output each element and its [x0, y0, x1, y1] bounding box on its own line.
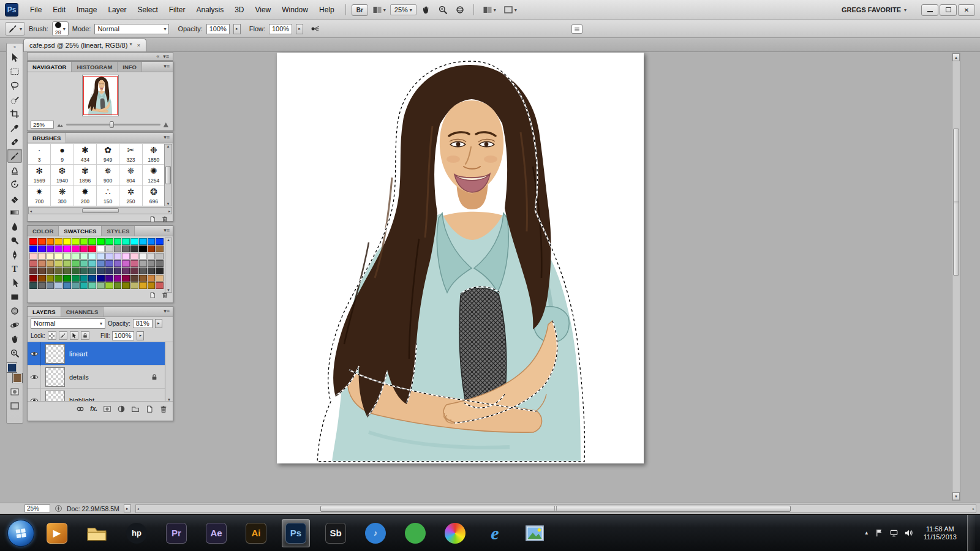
color-swatch[interactable] — [63, 253, 71, 260]
navigator-zoom-slider[interactable] — [57, 121, 170, 128]
color-swatch[interactable] — [38, 282, 46, 289]
color-swatch[interactable] — [114, 282, 122, 289]
quick-mask-toggle[interactable] — [7, 384, 22, 399]
color-swatch[interactable] — [148, 253, 156, 260]
dock-menu-icon[interactable]: ▾≡ — [163, 53, 169, 59]
horizontal-scrollbar[interactable]: ◂ ▸ — [135, 504, 976, 513]
color-swatch[interactable] — [63, 282, 71, 289]
taskbar-messenger[interactable] — [401, 519, 429, 547]
3d-rotate-tool[interactable] — [7, 304, 22, 318]
color-swatch[interactable] — [156, 275, 164, 282]
lock-pixels-button[interactable] — [59, 331, 67, 340]
color-swatch[interactable] — [122, 260, 130, 267]
tab-info[interactable]: INFO — [118, 62, 142, 72]
layer-name[interactable]: details — [69, 373, 89, 381]
color-swatch[interactable] — [88, 260, 96, 267]
color-swatch[interactable] — [72, 275, 80, 282]
color-swatch[interactable] — [130, 253, 138, 260]
layer-thumbnail[interactable] — [45, 391, 65, 402]
layer-thumbnail[interactable] — [45, 344, 65, 364]
slider-handle[interactable] — [110, 121, 114, 128]
color-swatch[interactable] — [114, 275, 122, 282]
scroll-down-icon[interactable]: ▼ — [167, 288, 170, 292]
color-swatch[interactable] — [97, 275, 105, 282]
color-swatch[interactable] — [88, 282, 96, 289]
flow-input[interactable]: 100% — [269, 24, 292, 34]
gradient-tool[interactable] — [7, 205, 22, 219]
lock-transparency-button[interactable] — [48, 331, 56, 340]
tool-preset-picker[interactable]: ▾ — [5, 22, 25, 36]
screen-mode-dropdown[interactable]: ▾ — [500, 5, 520, 15]
color-swatch[interactable] — [97, 246, 105, 252]
menu-file[interactable]: File — [24, 3, 47, 17]
color-swatch[interactable] — [122, 282, 130, 289]
layer-name[interactable]: highlight — [69, 397, 94, 402]
tab-navigator[interactable]: NAVIGATOR — [28, 62, 72, 72]
menu-help[interactable]: Help — [314, 3, 340, 17]
color-swatch[interactable] — [55, 253, 62, 260]
tab-color[interactable]: COLOR — [28, 226, 59, 236]
color-swatch[interactable] — [156, 268, 164, 274]
color-swatch[interactable] — [88, 246, 96, 252]
layer-visibility-toggle[interactable] — [28, 389, 41, 402]
crop-tool[interactable] — [7, 107, 22, 121]
show-desktop-button[interactable] — [967, 515, 975, 551]
color-swatch[interactable] — [29, 282, 37, 289]
taskbar-illustrator[interactable]: Ai — [242, 519, 270, 547]
color-swatch[interactable] — [80, 268, 88, 274]
color-swatch[interactable] — [80, 275, 88, 282]
color-swatch[interactable] — [97, 238, 105, 245]
layer-opacity-input[interactable]: 81% — [133, 319, 153, 328]
brush-preset-949[interactable]: ✿949 — [97, 144, 119, 165]
color-swatch[interactable] — [130, 260, 138, 267]
scroll-down-icon[interactable]: ▼ — [167, 202, 170, 206]
color-swatch[interactable] — [29, 253, 37, 260]
add-layer-mask-icon[interactable] — [103, 405, 111, 413]
network-icon[interactable] — [889, 528, 899, 538]
brush-preset-700[interactable]: ✷700 — [28, 186, 51, 206]
brush-preset-9[interactable]: ●9 — [51, 144, 74, 165]
action-center-flag-icon[interactable] — [875, 528, 884, 538]
color-swatch[interactable] — [97, 253, 105, 260]
color-swatch[interactable] — [97, 282, 105, 289]
panel-menu-icon[interactable]: ▾≡ — [160, 62, 173, 72]
panel-menu-icon[interactable]: ▾≡ — [160, 307, 173, 317]
color-swatch[interactable] — [63, 268, 71, 274]
scroll-right-icon[interactable]: ▸ — [973, 506, 974, 511]
tab-brushes[interactable]: BRUSHES — [28, 133, 66, 143]
hand-tool-button[interactable] — [418, 5, 434, 15]
color-swatch[interactable] — [47, 282, 55, 289]
tab-histogram[interactable]: HISTOGRAM — [72, 62, 118, 72]
color-swatch[interactable] — [130, 246, 138, 252]
collapse-dock-icon[interactable]: « — [156, 53, 159, 59]
menu-3d[interactable]: 3D — [229, 3, 249, 17]
dodge-tool[interactable] — [7, 233, 22, 247]
brush-preset-1254[interactable]: ✺1254 — [143, 165, 165, 186]
flow-slider-button[interactable]: ▸ — [296, 24, 303, 34]
color-swatch[interactable] — [55, 282, 62, 289]
layer-visibility-toggle[interactable] — [28, 342, 41, 365]
navigator-preview[interactable] — [82, 75, 119, 116]
color-swatch[interactable] — [105, 238, 113, 245]
taskbar-clock[interactable]: 11:58 AM 11/15/2013 — [924, 525, 957, 541]
color-swatch[interactable] — [47, 238, 55, 245]
color-swatch[interactable] — [88, 238, 96, 245]
brush-preset-250[interactable]: ✲250 — [119, 186, 142, 206]
brush-preset-1896[interactable]: ✾1896 — [74, 165, 97, 186]
color-swatch[interactable] — [97, 260, 105, 267]
color-swatch[interactable] — [72, 268, 80, 274]
color-swatch[interactable] — [55, 246, 62, 252]
color-swatch[interactable] — [47, 268, 55, 274]
color-swatch[interactable] — [29, 246, 37, 252]
color-swatch[interactable] — [156, 253, 164, 260]
color-swatch[interactable] — [139, 253, 147, 260]
color-swatch[interactable] — [63, 260, 71, 267]
color-swatch[interactable] — [55, 238, 62, 245]
hidden-icons-button[interactable]: ▲ — [864, 530, 869, 536]
tab-swatches[interactable]: SWATCHES — [59, 226, 102, 236]
taskbar-premiere[interactable]: Pr — [162, 519, 190, 547]
menu-layer[interactable]: Layer — [102, 3, 132, 17]
taskbar-after-effects[interactable]: Ae — [202, 519, 230, 547]
restore-button[interactable] — [940, 4, 957, 16]
taskbar-file-explorer[interactable] — [83, 519, 111, 547]
